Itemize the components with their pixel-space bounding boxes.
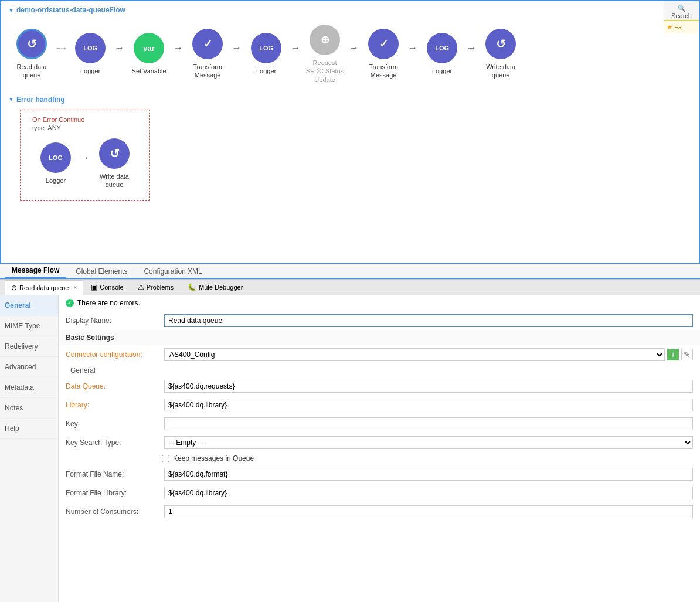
keep-messages-checkbox[interactable] [162,455,169,462]
connector-config-select[interactable]: AS400_Config [164,348,665,361]
sidebar-item-help[interactable]: Help [0,419,58,439]
connector-add-button[interactable]: + [667,349,679,360]
tab-mule-debugger[interactable]: 🐛 Mule Debugger [181,280,249,295]
tab-problems[interactable]: ⚠ Problems [131,280,180,295]
node-circle-log2[interactable]: LOG [251,33,281,63]
node-transform-2[interactable]: ✓ TransformMessage [360,29,407,80]
node-logger-1[interactable]: LOG Logger [67,33,114,75]
node-circle-tr1[interactable]: ✓ [192,29,223,59]
node-icon-write: ↺ [496,37,506,51]
node-icon-tr2: ✓ [379,38,388,50]
arrow-5: → [349,43,359,53]
keep-messages-row: Keep messages in Queue [59,452,700,465]
node-circle-sfdc[interactable]: ⊕ [310,25,340,55]
data-queue-row: Data Queue: [59,377,700,396]
key-search-type-wrap: -- Empty -- EQ NE LT LE GT GE [164,436,693,449]
library-input[interactable] [164,399,693,411]
tab-read-data-queue[interactable]: ⊙ Read data queue × [5,280,83,295]
library-row: Library: [59,396,700,414]
star-icon: ★ [667,23,673,31]
search-label: Search [671,12,692,19]
connector-config-row: Connector configuration: AS400_Config + … [59,345,700,364]
node-logger-2[interactable]: LOG Logger [243,33,290,75]
sidebar-item-notes[interactable]: Notes [0,398,58,419]
sidebar-item-general[interactable]: General [0,295,58,316]
flow-nodes: ↺ Read dataqueue - - → LOG Logger → va [8,20,692,89]
key-row: Key: [59,414,700,433]
node-label-var: Set Variable [132,67,166,75]
node-request-sfdc[interactable]: ⊕ RequestSFDC StatusUpdate [301,25,348,84]
node-set-variable[interactable]: var Set Variable [125,33,172,75]
no-errors-icon: ✓ [66,299,74,307]
sidebar-item-advanced[interactable]: Advanced [0,357,58,377]
tab-label-console: Console [100,284,123,291]
key-search-type-row: Key Search Type: -- Empty -- EQ NE LT LE… [59,433,700,452]
canvas-area: 🔍 Search ★ Fa demo-ordstatus-data-queueF… [0,0,700,264]
node-circle-errwrite[interactable]: ↺ [99,138,130,169]
tab-icon-problems: ⚠ [138,283,144,291]
node-label-write: Write dataqueue [486,63,515,80]
node-circle-read[interactable]: ↺ [16,29,47,59]
no-errors-text: There are no errors. [77,299,140,307]
flow-section: demo-ordstatus-data-queueFlow ↺ Read dat… [1,1,699,91]
node-circle-var[interactable]: var [134,33,164,63]
node-circle-tr2[interactable]: ✓ [368,29,399,59]
node-icon-log2: LOG [259,45,273,52]
sidebar-item-metadata[interactable]: Metadata [0,377,58,398]
node-icon-errlog: LOG [49,154,63,161]
format-file-library-label: Format File Library: [66,489,159,497]
sidebar-item-redelivery[interactable]: Redelivery [0,336,58,357]
node-logger-3[interactable]: LOG Logger [419,33,465,75]
tab-icon-console: ▣ [91,283,97,291]
connector-edit-button[interactable]: ✎ [681,349,693,360]
data-queue-label: Data Queue: [66,382,159,390]
nav-tab-global-elements[interactable]: Global Elements [69,265,134,278]
key-input[interactable] [164,417,693,430]
format-file-name-row: Format File Name: [59,465,700,484]
tab-icon-debugger: 🐛 [188,283,196,291]
display-name-label: Display Name: [66,317,159,325]
search-icon: 🔍 [678,5,686,12]
nav-tab-message-flow[interactable]: Message Flow [5,264,66,278]
format-file-library-input[interactable] [164,487,693,499]
nav-tabs: Message Flow Global Elements Configurati… [0,264,700,279]
node-transform-1[interactable]: ✓ TransformMessage [184,29,231,80]
error-title-label: Error handling [16,96,65,104]
node-label-log1: Logger [80,67,100,75]
num-consumers-input[interactable] [164,505,693,518]
node-icon-errwrite: ↺ [110,147,120,161]
node-read-data-queue[interactable]: ↺ Read dataqueue [8,29,55,80]
tab-close-rdq[interactable]: × [73,284,77,291]
node-label-log3: Logger [432,67,452,75]
node-error-write[interactable]: ↺ Write dataqueue [91,138,138,189]
arrow-dashed-1: - - → [56,43,66,53]
tab-label-rdq: Read data queue [19,284,69,291]
num-consumers-label: Number of Consumers: [66,508,159,516]
display-name-input[interactable] [164,314,693,327]
node-write-data-queue[interactable]: ↺ Write dataqueue [477,29,524,80]
arrow-3: → [232,43,242,53]
node-label-tr1: TransformMessage [193,63,222,80]
arrow-7: → [467,43,476,53]
data-queue-input[interactable] [164,380,693,393]
tab-console[interactable]: ▣ Console [84,280,130,295]
node-icon-log3: LOG [435,45,449,52]
key-search-type-select[interactable]: -- Empty -- EQ NE LT LE GT GE [164,436,693,449]
error-box-title: On Error Continue [32,116,138,123]
format-file-name-label: Format File Name: [66,470,159,478]
arrow-2: → [174,43,183,53]
node-label-sfdc: RequestSFDC StatusUpdate [306,59,344,84]
left-sidebar: General MIME Type Redelivery Advanced Me… [0,295,59,602]
nav-tab-config-xml[interactable]: Configuration XML [137,265,209,278]
node-circle-log3[interactable]: LOG [427,33,457,63]
favorites-label: Fa [674,23,682,30]
format-file-name-input[interactable] [164,468,693,481]
node-circle-errlog[interactable]: LOG [40,142,71,173]
num-consumers-row: Number of Consumers: [59,502,700,521]
display-name-row: Display Name: [59,311,700,330]
node-circle-log1[interactable]: LOG [75,33,106,63]
node-error-logger[interactable]: LOG Logger [32,142,79,185]
arrow-6: → [408,43,417,53]
sidebar-item-mime-type[interactable]: MIME Type [0,316,58,336]
node-circle-write[interactable]: ↺ [485,29,516,59]
